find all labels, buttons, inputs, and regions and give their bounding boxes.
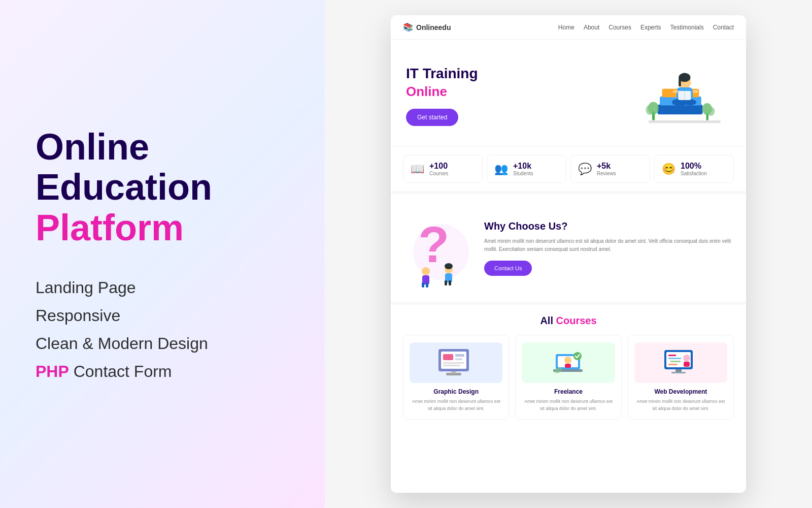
site-logo: 📚 Onlineedu bbox=[403, 22, 451, 32]
stat-satisfaction: 😊 100% Satisfaction bbox=[654, 155, 734, 183]
svg-point-15 bbox=[684, 99, 696, 105]
svg-rect-39 bbox=[451, 371, 456, 373]
courses-grid: Graphic Design Amet minim mollit non des… bbox=[403, 335, 734, 420]
web-dev-image bbox=[634, 342, 727, 383]
svg-rect-28 bbox=[445, 280, 447, 285]
svg-rect-1 bbox=[658, 105, 703, 115]
course-card-web-dev: Web Development Amet minim mollit non de… bbox=[628, 335, 734, 420]
right-panel: 📚 Onlineedu Home About Courses Experts T… bbox=[325, 0, 812, 508]
course-card-graphic-design: Graphic Design Amet minim mollit non des… bbox=[403, 335, 509, 420]
feature-landing-page: Landing Page bbox=[36, 278, 289, 297]
nav-testimonials[interactable]: Testimonials bbox=[670, 24, 704, 31]
feature-design: Clean & Modern Design bbox=[36, 334, 289, 353]
svg-rect-18 bbox=[673, 90, 679, 92]
svg-point-6 bbox=[646, 105, 654, 115]
satisfaction-number: 100% bbox=[681, 162, 707, 171]
svg-point-53 bbox=[683, 355, 690, 362]
course-card-freelance: Freelance Amet minim mollit non deserunt… bbox=[515, 335, 621, 420]
freelance-title: Freelance bbox=[522, 388, 615, 395]
why-title: Why Choose Us? bbox=[484, 220, 734, 232]
nav-about[interactable]: About bbox=[584, 24, 599, 31]
feature-php: PHP Contact Form bbox=[36, 362, 289, 381]
svg-rect-24 bbox=[422, 282, 424, 288]
svg-rect-50 bbox=[668, 358, 681, 359]
svg-rect-55 bbox=[675, 369, 682, 372]
svg-rect-33 bbox=[443, 354, 453, 360]
reviews-label: Reviews bbox=[597, 171, 616, 176]
main-title: Online Education Platform bbox=[36, 127, 289, 248]
svg-rect-49 bbox=[668, 355, 676, 356]
svg-rect-19 bbox=[693, 90, 698, 92]
svg-point-30 bbox=[445, 263, 453, 269]
site-nav: 📚 Onlineedu Home About Courses Experts T… bbox=[391, 15, 746, 40]
why-section: ? Why Choose Us bbox=[391, 191, 746, 302]
title-line3: Platform bbox=[36, 207, 184, 248]
freelance-svg bbox=[548, 345, 589, 380]
left-panel: Online Education Platform Landing Page R… bbox=[0, 0, 325, 508]
hero-text: IT Training Online Get started bbox=[406, 65, 478, 126]
svg-rect-54 bbox=[684, 362, 690, 367]
nav-home[interactable]: Home bbox=[558, 24, 574, 31]
svg-rect-56 bbox=[671, 372, 686, 373]
stat-reviews: 💬 +5k Reviews bbox=[570, 155, 650, 183]
svg-rect-51 bbox=[670, 361, 681, 362]
svg-point-21 bbox=[413, 224, 469, 280]
contact-us-button[interactable]: Contact Us bbox=[484, 261, 532, 276]
courses-icon: 📖 bbox=[411, 163, 424, 176]
svg-point-45 bbox=[573, 352, 582, 360]
reviews-number: +5k bbox=[597, 162, 616, 171]
nav-contact[interactable]: Contact bbox=[713, 24, 734, 31]
courses-label: Courses bbox=[429, 171, 448, 176]
features-list: Landing Page Responsive Clean & Modern D… bbox=[36, 278, 289, 381]
students-number: +10k bbox=[513, 162, 533, 171]
courses-text: Courses bbox=[556, 315, 597, 326]
svg-rect-12 bbox=[679, 77, 681, 86]
hero-illustration bbox=[629, 55, 731, 136]
why-svg: ? bbox=[403, 206, 474, 288]
students-label: Students bbox=[513, 171, 533, 176]
svg-point-9 bbox=[706, 107, 715, 116]
reviews-icon: 💬 bbox=[578, 163, 592, 176]
hero-svg bbox=[629, 55, 731, 136]
courses-heading: All Courses bbox=[403, 315, 734, 327]
web-dev-svg bbox=[660, 345, 701, 380]
title-line1: Online bbox=[36, 126, 149, 167]
get-started-button[interactable]: Get started bbox=[406, 109, 458, 126]
nav-links: Home About Courses Experts Testimonials … bbox=[558, 24, 734, 31]
svg-rect-35 bbox=[455, 358, 462, 360]
freelance-image bbox=[522, 342, 615, 383]
svg-rect-37 bbox=[443, 365, 460, 366]
website-preview: 📚 Onlineedu Home About Courses Experts T… bbox=[391, 15, 746, 493]
freelance-desc: Amet minim mollit non deserunt ullamco e… bbox=[522, 398, 615, 412]
svg-rect-36 bbox=[443, 362, 464, 364]
why-content: Why Choose Us? Amet minim mollit non des… bbox=[484, 220, 734, 276]
hero-section: IT Training Online Get started bbox=[391, 40, 746, 146]
graphic-design-title: Graphic Design bbox=[410, 388, 502, 395]
graphic-design-desc: Amet minim mollit non deserunt ullamco e… bbox=[410, 398, 502, 412]
nav-courses[interactable]: Courses bbox=[608, 24, 631, 31]
web-dev-title: Web Development bbox=[634, 388, 727, 395]
svg-point-43 bbox=[564, 357, 571, 364]
graphic-design-svg bbox=[436, 345, 477, 380]
why-description: Amet minim mollit non deserunt ullamco e… bbox=[484, 237, 734, 253]
students-icon: 👥 bbox=[494, 163, 508, 176]
title-line2: Education bbox=[36, 167, 212, 207]
stat-courses: 📖 +100 Courses bbox=[403, 155, 483, 183]
svg-point-22 bbox=[422, 267, 430, 275]
all-text: All bbox=[540, 315, 553, 326]
why-illustration: ? bbox=[403, 206, 474, 290]
stat-students: 👥 +10k Students bbox=[487, 155, 566, 183]
satisfaction-icon: 😊 bbox=[662, 163, 675, 176]
svg-rect-34 bbox=[455, 354, 464, 357]
logo-text: Onlineedu bbox=[416, 23, 451, 31]
logo-icon: 📚 bbox=[403, 22, 413, 32]
svg-rect-29 bbox=[449, 280, 451, 285]
satisfaction-label: Satisfaction bbox=[681, 171, 707, 176]
courses-section: All Courses bbox=[391, 302, 746, 493]
hero-title-line2: Online bbox=[406, 84, 478, 100]
courses-number: +100 bbox=[429, 162, 448, 171]
web-dev-desc: Amet minim mollit non deserunt ullamco e… bbox=[634, 398, 727, 412]
nav-experts[interactable]: Experts bbox=[640, 24, 661, 31]
svg-rect-25 bbox=[426, 282, 428, 288]
svg-rect-52 bbox=[668, 364, 678, 365]
